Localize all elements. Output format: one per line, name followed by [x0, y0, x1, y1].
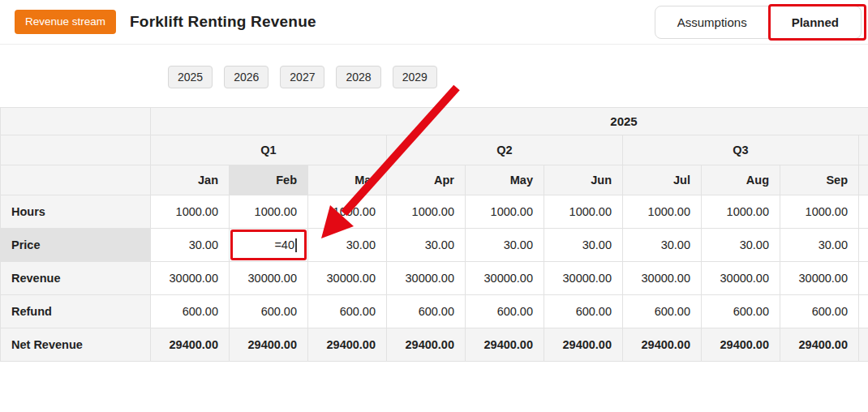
cell-refund-may[interactable]: 600.00	[466, 295, 544, 328]
cell-clipped	[859, 295, 868, 328]
table-row-refund: Refund600.00600.00600.00600.00600.00600.…	[1, 295, 868, 328]
cell-price-aug[interactable]: 30.00	[702, 229, 780, 262]
table-row-revenue: Revenue30000.0030000.0030000.0030000.003…	[1, 262, 868, 295]
cell-net-revenue-mar[interactable]: 29400.00	[308, 328, 387, 362]
cell-price-apr[interactable]: 30.00	[387, 229, 466, 262]
cell-price-jun[interactable]: 30.00	[544, 229, 623, 262]
cell-hours-jan[interactable]: 1000.00	[151, 195, 230, 229]
page-title: Forklift Renting Revenue	[130, 13, 316, 31]
cell-price-may[interactable]: 30.00	[466, 229, 544, 262]
cell-revenue-apr[interactable]: 30000.00	[387, 262, 466, 295]
header-bar: Revenue stream Forklift Renting Revenue …	[0, 0, 868, 45]
row-label-price: Price	[1, 229, 151, 262]
cell-hours-aug[interactable]: 1000.00	[702, 195, 780, 229]
cell-price-jul[interactable]: 30.00	[623, 229, 702, 262]
year-tab-2025[interactable]: 2025	[168, 66, 213, 88]
cell-refund-jun[interactable]: 600.00	[544, 295, 623, 328]
quarter-header-q3: Q3	[623, 135, 859, 165]
cell-refund-mar[interactable]: 600.00	[308, 295, 387, 328]
month-header-jul: Jul	[623, 165, 702, 195]
month-header-jan: Jan	[151, 165, 230, 195]
quarter-header-q2: Q2	[387, 135, 623, 165]
cell-clipped	[859, 229, 868, 262]
year-tab-2029[interactable]: 2029	[393, 66, 437, 88]
cell-refund-aug[interactable]: 600.00	[702, 295, 780, 328]
table-body: Hours1000.001000.001000.001000.001000.00…	[1, 195, 868, 362]
cell-hours-jun[interactable]: 1000.00	[544, 195, 623, 229]
quarter-header-clipped	[859, 135, 868, 165]
cell-revenue-feb[interactable]: 30000.00	[230, 262, 308, 295]
row-label-revenue: Revenue	[1, 262, 151, 295]
revenue-stream-badge: Revenue stream	[15, 10, 116, 34]
cell-hours-sep[interactable]: 1000.00	[780, 195, 859, 229]
month-header-clipped	[859, 165, 868, 195]
cell-hours-feb[interactable]: 1000.00	[230, 195, 308, 229]
cell-net-revenue-aug[interactable]: 29400.00	[702, 328, 780, 362]
row-label-net-revenue: Net Revenue	[1, 328, 151, 362]
cell-hours-mar[interactable]: 1000.00	[308, 195, 387, 229]
cell-clipped	[859, 195, 868, 229]
annotation-box-cell: =40	[230, 230, 307, 260]
cell-net-revenue-may[interactable]: 29400.00	[466, 328, 544, 362]
cell-revenue-sep[interactable]: 30000.00	[780, 262, 859, 295]
table-container: 2025Q1Q2Q3JanFebMarAprMayJunJulAugSep Ho…	[0, 107, 868, 362]
row-label-hours: Hours	[1, 195, 151, 229]
cell-price-mar[interactable]: 30.00	[308, 229, 387, 262]
month-header-sep: Sep	[780, 165, 859, 195]
month-header-may: May	[466, 165, 544, 195]
cell-refund-jan[interactable]: 600.00	[151, 295, 230, 328]
cell-clipped	[859, 328, 868, 362]
cell-revenue-jun[interactable]: 30000.00	[544, 262, 623, 295]
month-header-aug: Aug	[702, 165, 780, 195]
cell-revenue-may[interactable]: 30000.00	[466, 262, 544, 295]
cell-revenue-mar[interactable]: 30000.00	[308, 262, 387, 295]
year-tab-2028[interactable]: 2028	[336, 66, 380, 88]
cell-refund-feb[interactable]: 600.00	[230, 295, 308, 328]
editing-cell[interactable]: =40	[230, 229, 308, 262]
planned-table: 2025Q1Q2Q3JanFebMarAprMayJunJulAugSep Ho…	[0, 107, 868, 362]
table-corner	[1, 165, 151, 195]
cell-hours-jul[interactable]: 1000.00	[623, 195, 702, 229]
table-row-net-revenue: Net Revenue29400.0029400.0029400.0029400…	[1, 328, 868, 362]
cell-revenue-jul[interactable]: 30000.00	[623, 262, 702, 295]
cell-net-revenue-jan[interactable]: 29400.00	[151, 328, 230, 362]
month-header-apr: Apr	[387, 165, 466, 195]
app-window: Revenue stream Forklift Renting Revenue …	[0, 0, 868, 412]
year-tabs: 20252026202720282029	[168, 66, 437, 88]
quarter-header-q1: Q1	[151, 135, 387, 165]
cell-price-jan[interactable]: 30.00	[151, 229, 230, 262]
view-toggle-group: Assumptions Planned	[655, 6, 862, 39]
month-header-feb: Feb	[230, 165, 308, 195]
editing-cell-value: =40	[274, 238, 294, 251]
table-row-hours: Hours1000.001000.001000.001000.001000.00…	[1, 195, 868, 229]
table-corner	[1, 135, 151, 165]
table-head: 2025Q1Q2Q3JanFebMarAprMayJunJulAugSep	[1, 108, 868, 195]
cell-revenue-jan[interactable]: 30000.00	[151, 262, 230, 295]
cell-net-revenue-sep[interactable]: 29400.00	[780, 328, 859, 362]
cell-price-sep[interactable]: 30.00	[780, 229, 859, 262]
row-label-refund: Refund	[1, 295, 151, 328]
cell-hours-apr[interactable]: 1000.00	[387, 195, 466, 229]
cell-net-revenue-apr[interactable]: 29400.00	[387, 328, 466, 362]
cell-refund-sep[interactable]: 600.00	[780, 295, 859, 328]
cell-refund-apr[interactable]: 600.00	[387, 295, 466, 328]
assumptions-button[interactable]: Assumptions	[655, 6, 769, 38]
cell-clipped	[859, 262, 868, 295]
cell-revenue-aug[interactable]: 30000.00	[702, 262, 780, 295]
year-tab-2026[interactable]: 2026	[224, 66, 269, 88]
year-header: 2025	[151, 108, 868, 135]
planned-button-label: Planned	[792, 15, 839, 29]
planned-button[interactable]: Planned	[769, 6, 861, 38]
month-header-mar: Mar	[308, 165, 387, 195]
cell-net-revenue-jul[interactable]: 29400.00	[623, 328, 702, 362]
cell-hours-may[interactable]: 1000.00	[466, 195, 544, 229]
table-corner	[1, 108, 151, 135]
cell-net-revenue-feb[interactable]: 29400.00	[230, 328, 308, 362]
cell-refund-jul[interactable]: 600.00	[623, 295, 702, 328]
cell-net-revenue-jun[interactable]: 29400.00	[544, 328, 623, 362]
text-caret	[295, 238, 297, 252]
table-row-price: Price30.00=4030.0030.0030.0030.0030.0030…	[1, 229, 868, 262]
month-header-jun: Jun	[544, 165, 623, 195]
year-tab-2027[interactable]: 2027	[280, 66, 324, 88]
